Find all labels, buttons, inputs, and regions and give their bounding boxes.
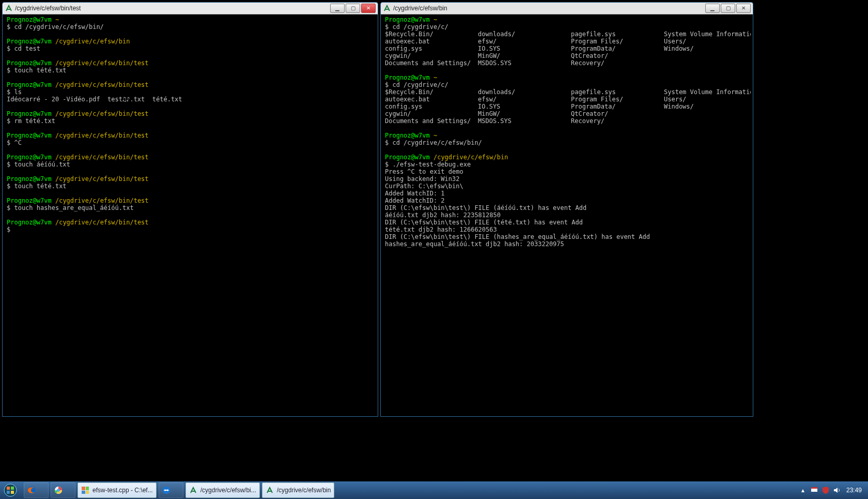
- taskbar-button[interactable]: [51, 482, 75, 498]
- cygwin-icon: [266, 486, 274, 494]
- start-button[interactable]: [0, 481, 21, 499]
- taskbar-button[interactable]: efsw-test.cpp - C:\ef...: [78, 482, 157, 498]
- tray-chevron-icon[interactable]: ▴: [799, 486, 807, 494]
- cygwin-icon: [189, 486, 197, 494]
- svg-rect-11: [811, 487, 817, 489]
- taskbar-buttons: efsw-test.cpp - C:\ef.../cygdrive/c/efsw…: [23, 481, 335, 499]
- shield-icon[interactable]: [822, 486, 830, 494]
- svg-rect-3: [7, 491, 10, 494]
- svg-rect-2: [11, 487, 14, 490]
- svg-rect-4: [11, 491, 14, 494]
- taskbar-button-label: /cygdrive/c/efsw/bin: [277, 487, 331, 494]
- svg-point-0: [4, 484, 17, 496]
- titlebar[interactable]: /cygdrive/c/efsw/bin ▁ ▢ ✕: [381, 3, 753, 14]
- firefox-icon: [27, 486, 36, 494]
- taskbar: efsw-test.cpp - C:\ef.../cygdrive/c/efsw…: [0, 481, 868, 499]
- teamviewer-icon: [162, 486, 171, 494]
- taskbar-button[interactable]: [24, 482, 49, 498]
- taskbar-button[interactable]: [159, 482, 183, 498]
- svg-rect-9: [165, 490, 167, 491]
- codeblocks-icon: [81, 486, 89, 494]
- terminal-window-left[interactable]: /cygdrive/c/efsw/bin/test ▁ ▢ ✕ Prognoz@…: [2, 2, 378, 417]
- maximize-button[interactable]: ▢: [721, 4, 735, 13]
- svg-point-7: [57, 489, 60, 492]
- taskbar-button-label: /cygdrive/c/efsw/bi...: [200, 487, 256, 494]
- terminal-body[interactable]: Prognoz@w7vm ~ $ cd /cygdrive/c/ $Recycl…: [383, 15, 751, 414]
- minimize-button[interactable]: ▁: [330, 4, 345, 13]
- window-title: /cygdrive/c/efsw/bin/test: [15, 5, 330, 12]
- maximize-button[interactable]: ▢: [346, 4, 360, 13]
- system-tray: ▴ 23:49: [799, 481, 868, 499]
- clock[interactable]: 23:49: [844, 487, 864, 494]
- speaker-icon[interactable]: [833, 486, 841, 494]
- taskbar-button[interactable]: /cygdrive/c/efsw/bi...: [185, 482, 260, 498]
- close-button[interactable]: ✕: [361, 4, 376, 13]
- desktop: /cygdrive/c/efsw/bin/test ▁ ▢ ✕ Prognoz@…: [0, 0, 868, 499]
- titlebar[interactable]: /cygdrive/c/efsw/bin/test ▁ ▢ ✕: [3, 3, 378, 14]
- taskbar-button-label: efsw-test.cpp - C:\ef...: [92, 487, 153, 494]
- taskbar-button[interactable]: /cygdrive/c/efsw/bin: [262, 482, 335, 498]
- cygwin-icon: [5, 4, 13, 12]
- minimize-button[interactable]: ▁: [705, 4, 720, 13]
- svg-rect-1: [7, 487, 10, 490]
- chrome-icon: [54, 486, 63, 494]
- close-button[interactable]: ✕: [736, 4, 751, 13]
- window-title: /cygdrive/c/efsw/bin: [393, 5, 705, 12]
- cygwin-icon: [383, 4, 391, 12]
- terminal-window-right[interactable]: /cygdrive/c/efsw/bin ▁ ▢ ✕ Prognoz@w7vm …: [380, 2, 753, 417]
- flag-icon[interactable]: [810, 486, 818, 494]
- terminal-body[interactable]: Prognoz@w7vm ~ $ cd /cygdrive/c/efsw/bin…: [5, 15, 376, 414]
